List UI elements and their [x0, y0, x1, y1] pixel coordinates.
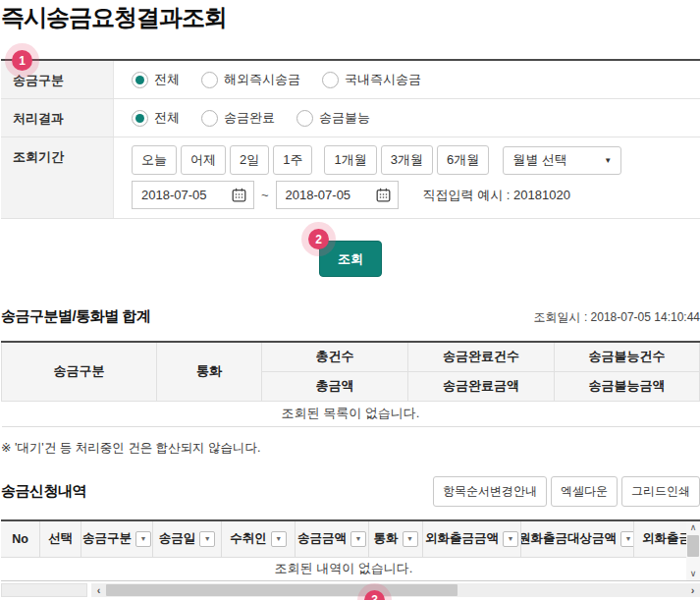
horizontal-scrollbar-row: ‹ › — [1, 583, 700, 597]
radio-unselected-icon — [322, 72, 339, 88]
col-fx-withdrawal: 외화출금금액 ▼ — [423, 521, 521, 558]
step-badge-2: 2 — [308, 229, 329, 249]
search-button-row: 2 조회 — [1, 241, 700, 277]
scroll-right-icon[interactable]: › — [685, 583, 700, 597]
period-button-2days[interactable]: 2일 — [230, 145, 269, 175]
vertical-scrollbar-track[interactable] — [686, 558, 700, 568]
detail-empty-message: 조회된 내역이 없습니다. — [1, 558, 686, 581]
radio-all[interactable]: 전체 — [132, 71, 180, 88]
calendar-icon[interactable] — [376, 188, 391, 202]
horizontal-scrollbar[interactable]: ‹ › — [91, 583, 700, 597]
radio-failed[interactable]: 송금불능 — [296, 109, 370, 127]
period-controls: 오늘 어제 2일 1주 1개월 3개월 6개월 월별 선택 ▼ 2018-07-… — [114, 137, 700, 218]
grid-print-button[interactable]: 그리드인쇄 — [621, 476, 700, 507]
scroll-down-icon[interactable]: ∨ — [686, 568, 700, 580]
vertical-scrollbar-thumb[interactable] — [687, 535, 699, 557]
row-label-process-result: 처리결과 — [1, 99, 114, 136]
col-label: 원화출금대상금액 — [521, 530, 617, 547]
radio-unselected-icon — [296, 110, 313, 127]
period-button-6months[interactable]: 6개월 — [437, 145, 489, 175]
col-label: 통화 — [374, 530, 399, 547]
col-remit-date: 송금일 ▼ — [153, 521, 222, 558]
summary-col-type: 송금구분 — [2, 342, 157, 401]
filter-dropdown-icon[interactable]: ▼ — [403, 531, 418, 547]
summary-empty-message: 조회된 목록이 없습니다. — [2, 401, 700, 426]
col-label: 송금일 — [159, 530, 196, 547]
period-button-1month[interactable]: 1개월 — [324, 145, 376, 175]
step-badge-1: 1 — [12, 50, 32, 71]
date-from-input[interactable]: 2018-07-05 — [132, 181, 254, 209]
detail-title: 송금신청내역 — [1, 482, 86, 501]
filter-dropdown-icon[interactable]: ▼ — [135, 531, 151, 547]
column-order-guide-button[interactable]: 항목순서변경안내 — [433, 476, 547, 507]
radio-domestic-instant[interactable]: 국내즉시송금 — [322, 71, 421, 88]
radio-label: 송금불능 — [319, 109, 370, 127]
col-label: 수취인 — [230, 530, 267, 547]
date-to-input[interactable]: 2018-07-05 — [276, 181, 399, 209]
radio-selected-icon — [132, 110, 148, 127]
horizontal-scrollbar-thumb[interactable] — [106, 584, 458, 596]
filter-dropdown-icon[interactable]: ▼ — [199, 531, 215, 547]
filter-dropdown-icon[interactable]: ▼ — [350, 531, 366, 547]
detail-grid: No 선택 송금구분 ▼ 송금일 ▼ 수취인 ▼ 송금금액 — [1, 519, 700, 581]
remittance-type-options: 전체 해외즉시송금 국내즉시송금 — [114, 61, 700, 98]
col-label: 선택 — [48, 530, 73, 547]
process-result-options: 전체 송금완료 송금불능 — [114, 99, 700, 136]
col-label: 외화출금액 — [642, 530, 686, 547]
col-currency: 통화 ▼ — [369, 521, 423, 558]
remittance-result-page: 즉시송금요청결과조회 1 송금구분 전체 해외즉시송금 국내즉시송금 — [0, 0, 700, 600]
search-form: 1 송금구분 전체 해외즉시송금 국내즉시송금 처리결과 — [1, 59, 700, 219]
vertical-scrollbar[interactable]: ∧ ∨ — [686, 521, 700, 581]
summary-col-count-fail: 송금불능건수 — [555, 342, 700, 371]
detail-section-header: 송금신청내역 항목순서변경안내 엑셀다운 그리드인쇄 — [1, 476, 700, 507]
summary-section-header: 송금구분별/통화별 합계 조회일시 : 2018-07-05 14:10:44 — [1, 307, 700, 326]
chevron-down-icon: ▼ — [604, 156, 612, 165]
query-timestamp: 조회일시 : 2018-07-05 14:10:44 — [534, 309, 700, 326]
col-no: No — [1, 521, 40, 558]
month-select[interactable]: 월별 선택 ▼ — [503, 146, 621, 175]
scroll-up-icon[interactable]: ∧ — [686, 521, 700, 534]
radio-selected-icon — [132, 72, 148, 88]
search-button[interactable]: 2 조회 — [319, 241, 382, 277]
radio-completed[interactable]: 송금완료 — [201, 109, 275, 127]
calendar-icon[interactable] — [232, 188, 246, 202]
col-fx-withdrawal-amount-clipped: 외화출금액 — [634, 521, 686, 558]
period-quick-buttons: 오늘 어제 2일 1주 1개월 3개월 6개월 월별 선택 ▼ — [132, 145, 621, 175]
radio-all-results[interactable]: 전체 — [132, 109, 180, 127]
summary-col-count-total: 총건수 — [262, 342, 408, 371]
form-row-period: 조회기간 오늘 어제 2일 1주 1개월 3개월 6개월 월별 선택 ▼ — [1, 137, 700, 219]
summary-col-count-done: 송금완료건수 — [408, 342, 555, 371]
summary-note: ※ '대기'건 등 처리중인 건은 합산되지 않습니다. — [1, 440, 700, 457]
period-button-1week[interactable]: 1주 — [273, 145, 312, 175]
period-button-today[interactable]: 오늘 — [132, 145, 177, 175]
period-button-3months[interactable]: 3개월 — [381, 145, 433, 175]
date-to-value: 2018-07-05 — [286, 188, 351, 202]
frozen-columns-area — [1, 583, 87, 597]
filter-dropdown-icon[interactable]: ▼ — [620, 531, 634, 547]
radio-overseas-instant[interactable]: 해외즉시송금 — [201, 71, 300, 88]
filter-dropdown-icon[interactable]: ▼ — [271, 531, 287, 547]
summary-title: 송금구분별/통화별 합계 — [1, 307, 150, 326]
summary-col-currency: 통화 — [157, 342, 262, 401]
form-row-remittance-type: 송금구분 전체 해외즉시송금 국내즉시송금 — [1, 61, 700, 99]
col-recipient: 수취인 ▼ — [222, 521, 296, 558]
date-range-controls: 2018-07-05 ~ 2018-07-05 — [132, 181, 570, 209]
summary-table: 송금구분 통화 총건수 송금완료건수 송금불능건수 총금액 송금완료금액 송금불… — [1, 341, 700, 427]
col-label: No — [12, 532, 28, 546]
radio-label: 국내즉시송금 — [345, 71, 421, 88]
scroll-left-icon[interactable]: ‹ — [91, 583, 106, 597]
radio-label: 전체 — [154, 109, 180, 127]
date-range-tilde: ~ — [261, 188, 269, 202]
detail-grid-main: No 선택 송금구분 ▼ 송금일 ▼ 수취인 ▼ 송금금액 — [1, 521, 686, 581]
summary-col-amount-fail: 송금불능금액 — [555, 371, 700, 401]
summary-col-amount-done: 송금완료금액 — [408, 371, 555, 401]
row-label-period: 조회기간 — [1, 137, 114, 218]
date-from-value: 2018-07-05 — [141, 188, 207, 202]
radio-label: 해외즉시송금 — [224, 71, 300, 88]
detail-toolbar: 항목순서변경안내 엑셀다운 그리드인쇄 — [433, 476, 700, 507]
period-button-yesterday[interactable]: 어제 — [181, 145, 226, 175]
filter-dropdown-icon[interactable]: ▼ — [503, 531, 518, 547]
col-label: 외화출금금액 — [425, 530, 499, 547]
radio-unselected-icon — [201, 110, 218, 127]
excel-download-button[interactable]: 엑셀다운 — [551, 476, 618, 507]
